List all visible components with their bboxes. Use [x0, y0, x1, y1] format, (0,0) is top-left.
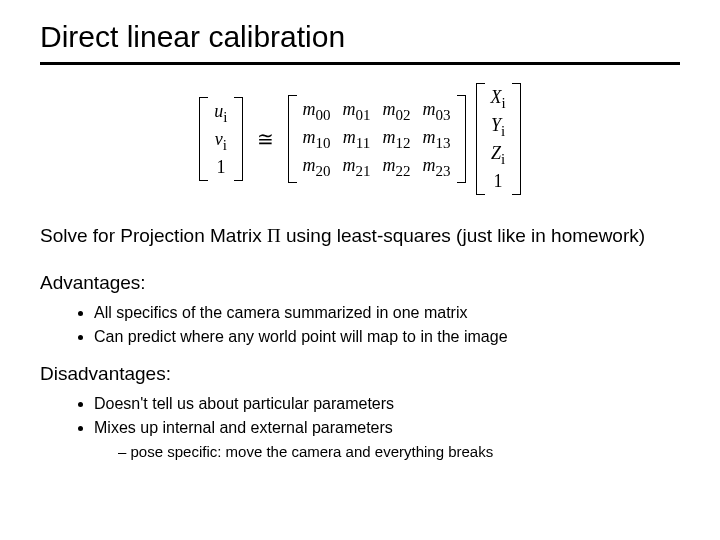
solve-pre: Solve for Projection Matrix — [40, 225, 267, 246]
list-item: Can predict where any world point will m… — [94, 326, 680, 348]
slide: Direct linear calibration ui vi 1 ≅ m00 … — [0, 0, 720, 482]
disadvantages-list: Doesn't tell us about particular paramet… — [40, 393, 680, 438]
slide-title: Direct linear calibration — [40, 20, 680, 58]
congruent-symbol: ≅ — [253, 127, 278, 151]
disadvantages-heading: Disadvantages: — [40, 361, 680, 387]
slide-body: Solve for Projection Matrix Π using leas… — [40, 223, 680, 463]
vector-x: Xi Yi Zi 1 — [476, 83, 521, 195]
title-underline — [40, 62, 680, 65]
vector-u: ui vi 1 — [199, 97, 242, 181]
solve-paragraph: Solve for Projection Matrix Π using leas… — [40, 223, 680, 249]
matrix-m: m00 m10 m20 m01 m11 m21 m02 m12 m22 m03 … — [288, 95, 466, 183]
sub-list: pose specific: move the camera and every… — [40, 442, 680, 462]
list-item: pose specific: move the camera and every… — [118, 442, 680, 462]
projection-equation: ui vi 1 ≅ m00 m10 m20 m01 m11 m21 — [40, 83, 680, 195]
advantages-list: All specifics of the camera summarized i… — [40, 302, 680, 347]
solve-post: using least-squares (just like in homewo… — [281, 225, 645, 246]
advantages-heading: Advantages: — [40, 270, 680, 296]
pi-symbol: Π — [267, 225, 281, 246]
list-item: Doesn't tell us about particular paramet… — [94, 393, 680, 415]
list-item: All specifics of the camera summarized i… — [94, 302, 680, 324]
list-item: Mixes up internal and external parameter… — [94, 417, 680, 439]
